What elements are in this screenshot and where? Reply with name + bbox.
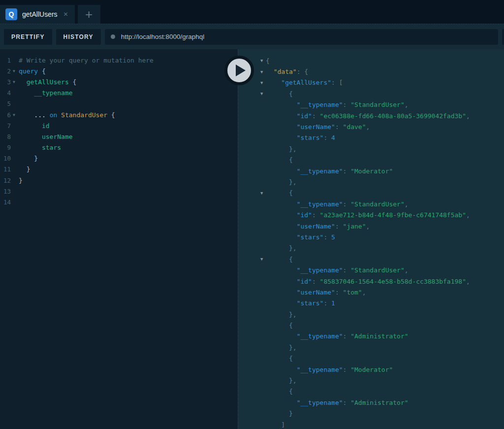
code-token: : [: [331, 79, 343, 86]
code-token: }: [19, 155, 38, 162]
line-number: 10: [0, 155, 11, 162]
code-token: [266, 101, 297, 108]
code-token: "jane": [343, 223, 366, 230]
fold-arrow-icon[interactable]: ▼: [258, 80, 266, 85]
history-button[interactable]: HISTORY: [56, 29, 101, 45]
code-token: "__typename": [297, 101, 343, 108]
code-token: },: [266, 178, 297, 186]
line-number: 8: [0, 133, 11, 140]
line-number: 2: [0, 67, 11, 75]
toolbar: PRETTIFY HISTORY COPY CURL: [0, 24, 504, 49]
code-token: [266, 167, 297, 175]
tab-getallusers[interactable]: Q getAllUsers ✕: [0, 5, 75, 24]
editor-line: 3▼ getAllUsers {: [0, 76, 238, 87]
editor-line: 13: [0, 186, 238, 197]
editor-line: 6▼ ... on StandardUser {: [0, 109, 238, 120]
code-token: [266, 79, 281, 86]
response-line: {: [238, 353, 504, 364]
code-token: "tom": [343, 289, 362, 296]
code-token: [266, 112, 297, 120]
code-token: {: [266, 57, 270, 65]
line-number: 1: [0, 57, 11, 64]
response-line: "stars": 5: [238, 231, 504, 242]
fold-arrow-icon[interactable]: ▼: [11, 69, 19, 73]
code-token: {: [107, 111, 115, 119]
response-line: "id": "ec06388e-fd66-408a-80a5-3699042fa…: [238, 110, 504, 121]
response-line: "__typename": "Administrator": [238, 331, 504, 342]
code-token: "__typename": [297, 167, 343, 175]
line-number: 11: [0, 165, 11, 173]
editor-line: 10 }: [0, 153, 238, 164]
code-token: }: [19, 177, 23, 184]
editor-line: 14: [0, 197, 238, 207]
server-status-icon: [111, 34, 115, 39]
response-line: "__typename": "StandardUser",: [238, 198, 504, 209]
code-token: "85837046-1564-4e58-b58d-cc3883bfa198": [320, 278, 466, 285]
response-pane[interactable]: ▼{▼ "data": {▼ "getAllUsers": [▼ { "__ty…: [238, 49, 504, 429]
prettify-button[interactable]: PRETTIFY: [4, 29, 52, 45]
fold-arrow-icon[interactable]: ▼: [258, 58, 266, 63]
code-token: ,: [466, 112, 470, 120]
code-token: [266, 233, 297, 241]
code-token: 5: [331, 233, 335, 241]
response-line: "__typename": "Moderator": [238, 165, 504, 176]
response-line: }: [238, 408, 504, 419]
code-token: [19, 122, 42, 130]
new-tab-button[interactable]: +: [78, 5, 100, 24]
tab-label: getAllUsers: [22, 10, 58, 18]
execute-button[interactable]: [224, 56, 254, 85]
code-token: }: [19, 165, 30, 173]
code-token: "id": [297, 278, 312, 285]
code-token: [19, 133, 42, 140]
code-token: [266, 266, 297, 274]
response-line: ▼ {: [238, 188, 504, 198]
code-token: [19, 89, 34, 97]
code-token: getAllUsers: [27, 78, 69, 86]
response-line: },: [238, 243, 504, 254]
response-line: },: [238, 375, 504, 386]
code-token: :: [343, 266, 351, 274]
code-token: :: [323, 299, 331, 307]
code-token: ]: [266, 421, 285, 429]
response-line: "stars": 4: [238, 132, 504, 143]
code-token: },: [266, 311, 297, 318]
editor-line: 4 __typename: [0, 88, 238, 99]
code-token: ,: [366, 223, 370, 230]
code-token: StandardUser: [61, 111, 107, 119]
code-token: {: [266, 388, 293, 395]
response-line: "__typename": "StandardUser",: [238, 264, 504, 275]
fold-arrow-icon[interactable]: ▼: [11, 113, 19, 117]
response-line: ▼ {: [238, 88, 504, 99]
close-icon[interactable]: ✕: [63, 10, 69, 19]
query-editor[interactable]: 1# Write your query or mutation here2▼qu…: [0, 49, 238, 429]
fold-arrow-icon[interactable]: ▼: [258, 69, 266, 74]
code-token: [19, 78, 27, 86]
code-token: "__typename": [297, 200, 343, 208]
response-line: "__typename": "StandardUser",: [238, 99, 504, 110]
code-token: "__typename": [297, 366, 343, 373]
editor-line: 12}: [0, 175, 238, 186]
code-token: "Administrator": [350, 332, 408, 340]
fold-arrow-icon[interactable]: ▼: [258, 191, 266, 196]
response-line: "userName": "dave",: [238, 121, 504, 132]
copy-curl-button[interactable]: COPY CURL: [502, 29, 504, 45]
code-token: }: [266, 410, 293, 417]
code-token: ,: [405, 200, 409, 208]
fold-arrow-icon[interactable]: ▼: [258, 91, 266, 96]
code-token: ,: [405, 266, 409, 274]
code-token: "StandardUser": [350, 101, 405, 108]
code-token: },: [266, 145, 297, 153]
code-token: [266, 223, 297, 230]
code-token: [266, 289, 297, 296]
code-token: "__typename": [297, 266, 343, 274]
fold-arrow-icon[interactable]: ▼: [258, 257, 266, 262]
line-number: 6: [0, 111, 11, 119]
code-token: [266, 299, 297, 307]
code-token: :: [335, 223, 343, 230]
endpoint-url-input[interactable]: [121, 33, 492, 40]
code-token: stars: [42, 144, 61, 151]
code-token: 1: [331, 299, 335, 307]
endpoint-url-box[interactable]: [105, 29, 498, 45]
fold-arrow-icon[interactable]: ▼: [11, 80, 19, 84]
play-icon: [236, 65, 246, 76]
